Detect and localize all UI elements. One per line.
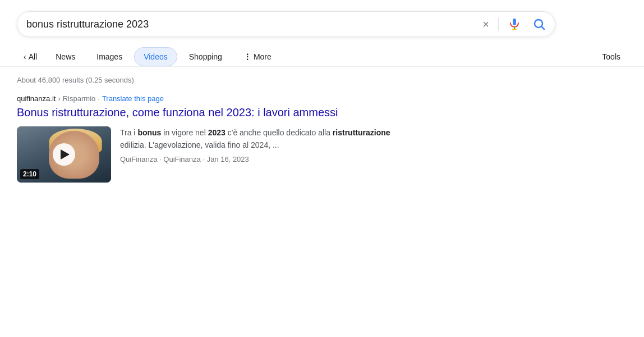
tab-videos[interactable]: Videos <box>134 47 177 66</box>
play-triangle-icon <box>61 149 70 160</box>
search-icons: × <box>482 17 546 31</box>
tab-all-label: All <box>29 52 38 61</box>
tab-shopping[interactable]: Shopping <box>180 47 232 66</box>
result-snippet: Tra i bonus in vigore nel 2023 c'è anche… <box>120 126 410 163</box>
more-label: More <box>254 52 272 61</box>
tab-tools[interactable]: Tools <box>595 48 627 66</box>
breadcrumb-path: Risparmio <box>63 94 96 103</box>
chevron-left-icon: ‹ <box>24 52 26 61</box>
voice-icon[interactable] <box>508 17 521 31</box>
search-input[interactable] <box>26 19 482 30</box>
tab-more[interactable]: ⋮ More <box>234 47 281 66</box>
snippet-text: Tra i bonus in vigore nel 2023 c'è anche… <box>120 126 410 152</box>
tab-news[interactable]: News <box>46 47 85 66</box>
svg-line-4 <box>542 27 545 30</box>
translate-link[interactable]: Translate this page <box>102 94 164 103</box>
result-thumbnail[interactable]: 2:10 <box>17 126 111 183</box>
results-count: About 46,800 results (0.25 seconds) <box>17 76 627 84</box>
dot-sep: · <box>98 94 100 103</box>
divider <box>498 17 499 31</box>
result-source: quifinanza.it › Risparmio · Translate th… <box>17 94 410 103</box>
search-submit-icon[interactable] <box>532 17 546 31</box>
tab-back-all[interactable]: ‹ All <box>17 48 44 66</box>
duration-badge: 2:10 <box>20 169 39 179</box>
tab-images[interactable]: Images <box>87 47 132 66</box>
results-area: About 46,800 results (0.25 seconds) quif… <box>0 67 644 194</box>
play-button[interactable] <box>53 143 75 166</box>
snippet-source: QuiFinanza · QuiFinanza · Jan 16, 2023 <box>120 155 410 163</box>
search-bar-area: × <box>0 0 644 44</box>
result-item: quifinanza.it › Risparmio · Translate th… <box>17 94 410 183</box>
search-box: × <box>17 11 555 37</box>
breadcrumb-sep: › <box>58 94 60 103</box>
svg-rect-0 <box>513 19 516 25</box>
tabs-area: ‹ All News Images Videos Shopping ⋮ More… <box>0 44 644 67</box>
clear-icon[interactable]: × <box>482 19 489 30</box>
result-body: 2:10 Tra i bonus in vigore nel 2023 c'è … <box>17 126 410 183</box>
site-name: quifinanza.it <box>17 94 56 103</box>
more-dots-icon: ⋮ <box>243 52 251 61</box>
result-title[interactable]: Bonus ristrutturazione, come funziona ne… <box>17 105 410 120</box>
